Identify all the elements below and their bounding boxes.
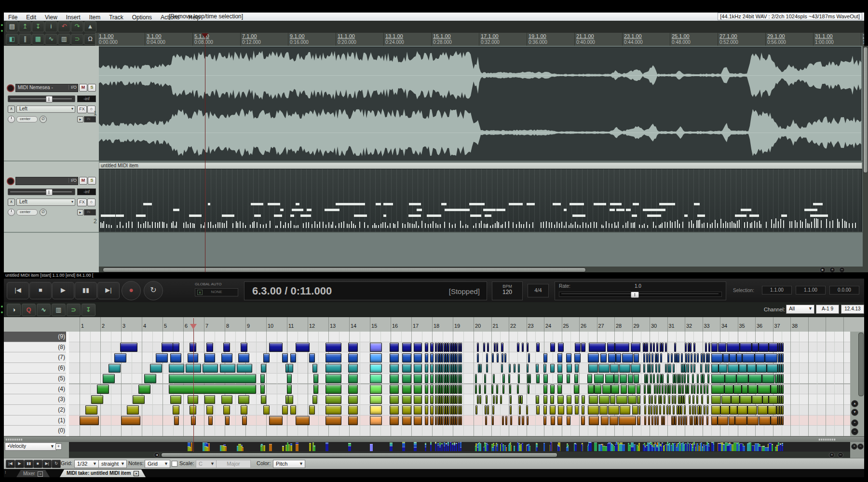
midi-note[interactable] (703, 353, 705, 362)
velocity-bar[interactable] (566, 447, 568, 451)
midi-note[interactable] (659, 405, 661, 415)
midi-note[interactable] (550, 395, 554, 404)
midi-note[interactable] (519, 405, 521, 415)
midi-note[interactable] (665, 385, 666, 394)
volume-slider[interactable] (8, 188, 75, 195)
velocity-bar[interactable] (589, 442, 592, 451)
midi-note[interactable] (769, 395, 778, 404)
midi-note[interactable] (673, 374, 675, 383)
midi-note[interactable] (558, 343, 564, 352)
midi-note[interactable] (505, 416, 507, 425)
midi-note[interactable] (687, 374, 689, 383)
velocity-bar[interactable] (242, 447, 244, 451)
midi-note[interactable] (536, 405, 540, 415)
midi-note[interactable] (644, 405, 646, 415)
midi-note[interactable] (654, 385, 656, 394)
close-icon[interactable]: × (134, 471, 139, 476)
midi-note[interactable] (679, 385, 681, 394)
midi-note[interactable] (644, 416, 646, 425)
midi-note[interactable] (610, 416, 618, 425)
midi-note[interactable] (703, 374, 705, 383)
midi-note[interactable] (509, 364, 511, 373)
midi-note[interactable] (680, 416, 682, 425)
midi-note[interactable] (370, 364, 382, 373)
midi-note[interactable] (685, 343, 687, 352)
midi-note[interactable] (514, 364, 515, 373)
velocity-bar[interactable] (514, 446, 515, 451)
midi-note[interactable] (767, 364, 778, 373)
midi-note[interactable] (491, 385, 493, 394)
midi-note[interactable] (448, 374, 449, 383)
midi-note[interactable] (108, 364, 121, 373)
midi-note[interactable] (651, 364, 653, 373)
arrange-view[interactable]: untitled MIDI item ▸ + − (99, 46, 868, 272)
midi-note[interactable] (479, 385, 481, 394)
midi-note[interactable] (536, 343, 540, 352)
midi-note[interactable] (637, 385, 640, 394)
midi-note[interactable] (288, 364, 293, 373)
midi-note[interactable] (477, 343, 479, 352)
tab-mixer[interactable]: Mixer× (16, 470, 50, 477)
midi-note[interactable] (174, 416, 179, 425)
midi-note[interactable] (543, 353, 547, 362)
midi-note[interactable] (414, 374, 421, 383)
midi-note[interactable] (223, 405, 230, 415)
midi-note[interactable] (693, 343, 695, 352)
velocity-bar[interactable] (765, 447, 768, 451)
velocity-bar[interactable] (685, 443, 686, 451)
midi-note[interactable] (575, 364, 579, 373)
midi-note[interactable] (654, 395, 656, 404)
velocity-bar[interactable] (448, 445, 449, 451)
midi-note[interactable] (510, 416, 512, 425)
record-arm-button[interactable] (7, 177, 14, 185)
velocity-bar[interactable] (225, 446, 227, 451)
midi-note[interactable] (711, 416, 718, 425)
midi-note[interactable] (508, 374, 510, 383)
play-button[interactable]: ▶ (15, 460, 24, 468)
midi-note[interactable] (657, 353, 659, 362)
midi-note[interactable] (430, 385, 434, 394)
midi-note[interactable] (263, 405, 269, 415)
midi-note[interactable] (370, 395, 382, 404)
midi-note[interactable] (456, 353, 458, 362)
midi-note[interactable] (649, 385, 651, 394)
midi-note[interactable] (663, 405, 665, 415)
midi-note[interactable] (651, 353, 653, 362)
midi-note[interactable] (654, 416, 656, 425)
midi-note[interactable] (674, 343, 676, 352)
midi-note[interactable] (441, 395, 443, 404)
midi-note[interactable] (616, 353, 621, 362)
midi-note[interactable] (326, 343, 341, 352)
midi-note[interactable] (727, 343, 740, 352)
midi-note[interactable] (667, 353, 669, 362)
midi-note[interactable] (665, 364, 667, 373)
midi-note[interactable] (448, 343, 449, 352)
midi-note[interactable] (782, 343, 784, 352)
midi-note[interactable] (782, 395, 784, 404)
midi-note[interactable] (689, 395, 691, 404)
event-filter-icon[interactable]: ◑ (7, 304, 21, 316)
midi-note[interactable] (414, 343, 421, 352)
midi-note[interactable] (133, 395, 145, 404)
timesig-box[interactable]: 4/4 (528, 284, 549, 297)
midi-note[interactable] (551, 416, 555, 425)
midi-note[interactable] (594, 374, 604, 383)
midi-note[interactable] (509, 385, 511, 394)
undo-icon[interactable]: ↶ (58, 21, 70, 32)
midi-note[interactable] (693, 364, 695, 373)
velocity-bar[interactable] (348, 446, 351, 451)
midi-note[interactable] (522, 416, 524, 425)
midi-note[interactable] (771, 416, 778, 425)
channel-combo[interactable]: All▼ (786, 305, 814, 314)
velocity-bar[interactable] (780, 444, 781, 451)
midi-note[interactable] (687, 364, 689, 373)
timeline-ruler[interactable]: 1.1.000:00.0003.1.000:04.0005.1.000:08.0… (95, 33, 864, 46)
velocity-bar[interactable] (674, 443, 676, 451)
midi-note[interactable] (711, 395, 721, 404)
midi-note[interactable] (684, 374, 686, 383)
midi-note[interactable] (574, 374, 578, 383)
midi-note[interactable] (752, 395, 762, 404)
velocity-bar[interactable] (370, 444, 373, 451)
midi-note[interactable] (671, 353, 673, 362)
midi-note[interactable] (782, 374, 784, 383)
